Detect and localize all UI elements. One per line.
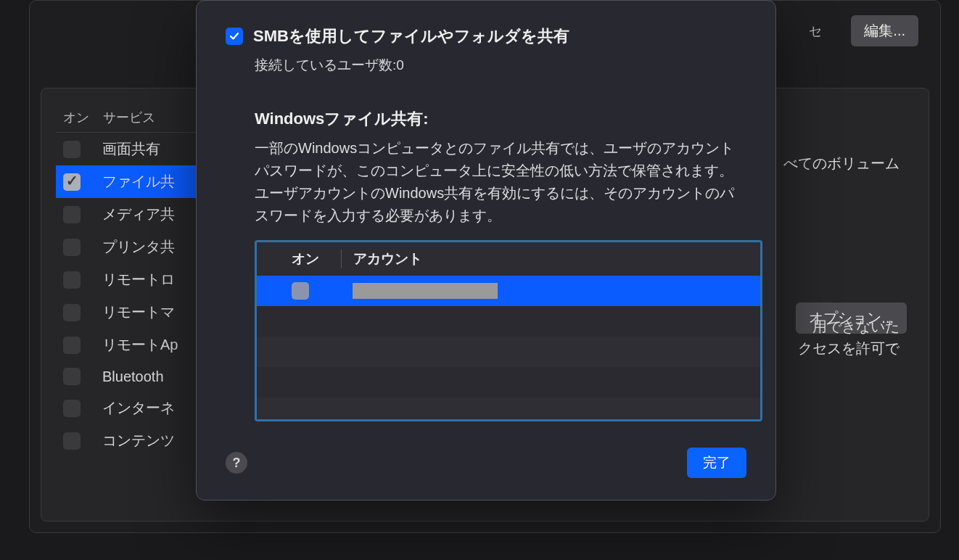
account-row[interactable] xyxy=(257,276,760,306)
accounts-table-header: オン アカウント xyxy=(257,242,760,276)
done-button[interactable]: 完了 xyxy=(687,448,746,478)
account-row-empty xyxy=(257,306,760,337)
checkbox-icon[interactable] xyxy=(63,206,81,223)
sidebar-item-file-sharing[interactable]: ファイル共 xyxy=(56,165,219,198)
windows-file-sharing-description: 一部のWindowsコンピュータとのファイル共有では、ユーザのアカウントパスワー… xyxy=(255,137,746,227)
checkbox-icon[interactable] xyxy=(63,239,81,256)
smb-checkbox[interactable] xyxy=(226,28,243,45)
edit-button[interactable]: 編集... xyxy=(851,15,918,46)
account-row-empty xyxy=(257,398,760,419)
sidebar-header: オン サービス xyxy=(56,103,219,133)
account-row-empty xyxy=(257,367,760,398)
sidebar-item-content-caching[interactable]: コンテンツ xyxy=(56,424,219,457)
help-button[interactable]: ? xyxy=(226,452,247,474)
sidebar-item-media-sharing[interactable]: メディア共 xyxy=(56,198,219,231)
checkbox-icon[interactable] xyxy=(63,141,81,158)
info-text-fragment: 用できないた xyxy=(812,317,900,337)
truncated-text: セ xyxy=(809,22,822,40)
accounts-table: オン アカウント xyxy=(255,240,762,421)
sidebar-header-service: サービス xyxy=(103,109,155,126)
connected-users-count: 接続しているユーザ数:0 xyxy=(255,56,746,75)
sidebar-item-bluetooth-sharing[interactable]: Bluetooth xyxy=(56,361,219,392)
account-name-redacted xyxy=(353,283,498,299)
checkbox-icon[interactable] xyxy=(63,400,81,417)
windows-file-sharing-title: Windowsファイル共有: xyxy=(255,108,746,130)
sidebar-item-remote-management[interactable]: リモートマ xyxy=(56,296,219,329)
sidebar-item-printer-sharing[interactable]: プリンタ共 xyxy=(56,231,219,263)
checkbox-icon[interactable] xyxy=(63,368,81,385)
sidebar-header-on: オン xyxy=(63,109,103,126)
sidebar-item-remote-login[interactable]: リモートロ xyxy=(56,263,219,296)
info-text-fragment: クセスを許可で xyxy=(798,339,900,358)
account-checkbox[interactable] xyxy=(292,282,309,300)
checkbox-icon[interactable] xyxy=(63,337,81,354)
volume-text-fragment: べてのボリューム xyxy=(783,154,900,173)
checkbox-icon[interactable] xyxy=(63,271,81,289)
checkbox-icon[interactable] xyxy=(63,173,81,191)
checkbox-icon[interactable] xyxy=(63,432,81,450)
sidebar-item-remote-apple-events[interactable]: リモートAp xyxy=(56,329,219,361)
smb-title: SMBを使用してファイルやフォルダを共有 xyxy=(253,25,569,47)
sidebar-item-screen-sharing[interactable]: 画面共有 xyxy=(56,133,219,165)
checkbox-icon[interactable] xyxy=(63,304,81,321)
table-header-on: オン xyxy=(268,250,341,268)
smb-options-sheet: SMBを使用してファイルやフォルダを共有 接続しているユーザ数:0 Window… xyxy=(196,0,776,501)
services-sidebar: オン サービス 画面共有 ファイル共 メディア共 プリンタ共 リモートロ リモー… xyxy=(56,103,219,506)
check-icon xyxy=(229,30,240,42)
table-header-account: アカウント xyxy=(341,250,749,268)
account-row-empty xyxy=(257,337,760,367)
sidebar-item-internet-sharing[interactable]: インターネ xyxy=(56,392,219,424)
